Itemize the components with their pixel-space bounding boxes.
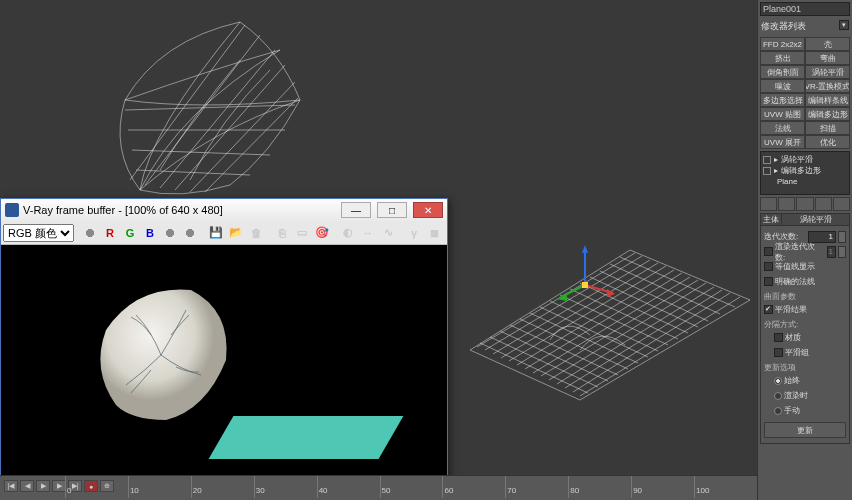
pin-stack-icon[interactable]: [760, 197, 777, 211]
update-button[interactable]: 更新: [764, 422, 846, 438]
color-correct-icon[interactable]: ◐: [338, 223, 358, 243]
mod-ffd[interactable]: FFD 2x2x2: [760, 37, 805, 51]
minimize-button[interactable]: —: [341, 202, 371, 218]
transform-gizmo[interactable]: [555, 245, 615, 305]
timeline[interactable]: |◀ ◀ ▶ ▶ ▶| ● ⊕ 0 10 20 30 40 50 60 70 8…: [0, 475, 757, 500]
update-render-label: 渲染时: [784, 390, 808, 401]
update-always-label: 始终: [784, 375, 800, 386]
smooth-result-checkbox[interactable]: [764, 305, 773, 314]
modifier-list-dropdown-icon[interactable]: ▾: [839, 20, 849, 30]
stack-eye-icon[interactable]: [763, 167, 771, 175]
svg-line-31: [580, 297, 740, 396]
mod-bevel-profile[interactable]: 倒角剖面: [760, 65, 805, 79]
isoline-checkbox[interactable]: [764, 262, 773, 271]
clear-image-icon[interactable]: 🗑: [246, 223, 266, 243]
green-channel-button[interactable]: G: [120, 223, 140, 243]
separator-head: 分隔方式:: [764, 319, 846, 330]
explicit-normals-checkbox[interactable]: [764, 277, 773, 286]
show-end-icon[interactable]: [778, 197, 795, 211]
timeline-tick: 100: [694, 476, 757, 498]
smoothgroup-checkbox[interactable]: [774, 348, 783, 357]
modifier-list-label: 修改器列表 ▾: [758, 18, 852, 35]
rendered-plane: [209, 416, 404, 459]
main-tab[interactable]: 主体: [760, 213, 782, 226]
svg-line-45: [610, 264, 720, 314]
mod-normal[interactable]: 法线: [760, 121, 805, 135]
mod-edit-poly[interactable]: 编辑多边形: [805, 107, 850, 121]
maximize-button[interactable]: □: [377, 202, 407, 218]
render-iter-checkbox[interactable]: [764, 247, 773, 256]
update-manual-radio[interactable]: [774, 407, 782, 415]
spinner-up-icon[interactable]: [838, 231, 846, 243]
rgb-toggle-icon[interactable]: [80, 223, 100, 243]
mod-uvw-unwrap[interactable]: UVW 展开: [760, 135, 805, 149]
wireframe-cushion-mesh[interactable]: [70, 10, 330, 210]
configure-icon[interactable]: [833, 197, 850, 211]
curve-icon[interactable]: ∿: [378, 223, 398, 243]
red-channel-button[interactable]: R: [100, 223, 120, 243]
mono-channel-button[interactable]: [180, 223, 200, 243]
timeline-tick: 50: [380, 476, 443, 498]
channel-select[interactable]: RGB 颜色: [3, 224, 74, 242]
blue-channel-button[interactable]: B: [140, 223, 160, 243]
mod-optimize[interactable]: 优化: [805, 135, 850, 149]
vfb-render-viewport[interactable]: [1, 245, 447, 477]
mod-vray-displace[interactable]: VR-置换模式: [805, 79, 850, 93]
mod-bend[interactable]: 弯曲: [805, 51, 850, 65]
mod-edit-spline[interactable]: 编辑样条线: [805, 93, 850, 107]
svg-rect-16: [582, 282, 588, 288]
svg-line-46: [620, 257, 735, 307]
vray-frame-buffer-window[interactable]: V-Ray frame buffer - [100% of 640 x 480]…: [0, 198, 448, 500]
goto-start-icon[interactable]: |◀: [4, 480, 18, 492]
spinner-up-icon[interactable]: [838, 246, 846, 258]
update-render-radio[interactable]: [774, 392, 782, 400]
svg-line-2: [160, 50, 275, 188]
object-name-field[interactable]: Plane001: [760, 2, 850, 16]
stack-item-editpoly[interactable]: 编辑多边形: [781, 165, 821, 176]
stack-tools: [760, 197, 850, 211]
remove-mod-icon[interactable]: [815, 197, 832, 211]
modifier-stack[interactable]: ▸涡轮平滑 ▸编辑多边形 Plane: [760, 151, 850, 195]
alpha-channel-button[interactable]: [160, 223, 180, 243]
svg-line-6: [125, 105, 295, 110]
next-frame-icon[interactable]: ▶: [52, 480, 66, 492]
svg-marker-15: [557, 293, 567, 301]
vray-app-icon: [5, 203, 19, 217]
timeline-tick: 10: [128, 476, 191, 498]
track-mouse-icon[interactable]: 🎯: [312, 223, 332, 243]
svg-line-34: [500, 331, 608, 381]
mod-turbosmooth[interactable]: 涡轮平滑: [805, 65, 850, 79]
stop-render-icon[interactable]: ⏹: [424, 223, 444, 243]
play-icon[interactable]: ▶: [36, 480, 50, 492]
mod-polyselect[interactable]: 多边形选择: [760, 93, 805, 107]
timeline-tick: 0: [65, 476, 128, 498]
mod-noise[interactable]: 噪波: [760, 79, 805, 93]
prev-frame-icon[interactable]: ◀: [20, 480, 34, 492]
levels-icon[interactable]: ↔: [358, 223, 378, 243]
svg-line-35: [510, 325, 618, 375]
update-always-radio[interactable]: [774, 377, 782, 385]
stack-item-plane[interactable]: Plane: [777, 177, 797, 186]
region-icon[interactable]: ▭: [292, 223, 312, 243]
stack-item-turbosmooth[interactable]: 涡轮平滑: [781, 154, 813, 165]
rollout-turbosmooth-header[interactable]: 涡轮平滑: [782, 213, 850, 226]
svg-marker-11: [582, 245, 588, 253]
mod-uvw-map[interactable]: UVW 贴图: [760, 107, 805, 121]
close-button[interactable]: ✕: [413, 202, 443, 218]
clone-icon[interactable]: ⎘: [272, 223, 292, 243]
mod-extrude[interactable]: 挤出: [760, 51, 805, 65]
srgb-icon[interactable]: γ: [404, 223, 424, 243]
mod-sweep[interactable]: 扫描: [805, 121, 850, 135]
material-label: 材质: [785, 332, 801, 343]
load-image-icon[interactable]: 📂: [226, 223, 246, 243]
surface-params-head: 曲面参数: [764, 291, 846, 302]
mod-shell[interactable]: 壳: [805, 37, 850, 51]
unique-icon[interactable]: [796, 197, 813, 211]
save-image-icon[interactable]: 💾: [206, 223, 226, 243]
vfb-titlebar[interactable]: V-Ray frame buffer - [100% of 640 x 480]…: [1, 199, 447, 221]
stack-eye-icon[interactable]: [763, 156, 771, 164]
render-iter-spinner[interactable]: 1: [827, 246, 836, 258]
timeline-ruler[interactable]: 0 10 20 30 40 50 60 70 80 90 100: [65, 476, 757, 498]
material-checkbox[interactable]: [774, 333, 783, 342]
svg-line-1: [145, 35, 260, 185]
